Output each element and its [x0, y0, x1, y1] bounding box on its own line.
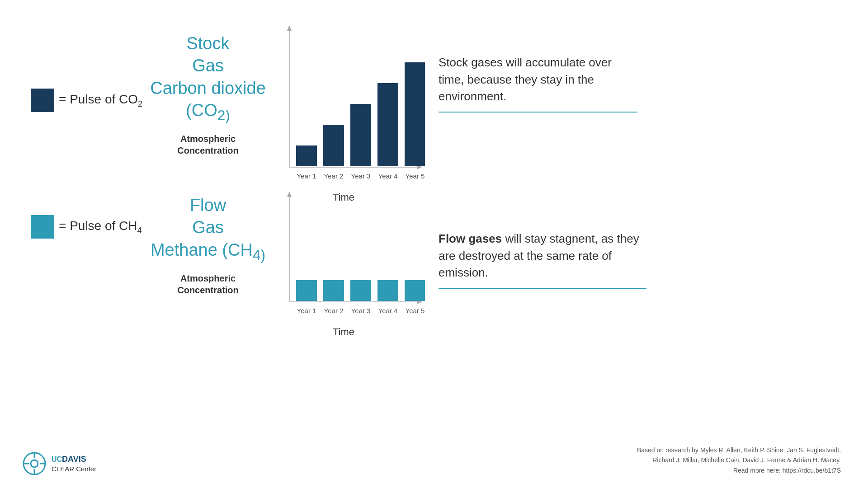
flow-description-divider [439, 288, 646, 289]
stock-description: Stock gases will accumulate over time, b… [439, 54, 637, 113]
stock-y-axis-label: Atmospheric Concentration [131, 133, 285, 156]
stock-chart-title: Stock Gas Carbon dioxide (CO2) Atmospher… [131, 33, 285, 156]
flow-gas-label: Gas [140, 216, 276, 239]
flow-description: Flow gases will stay stagnent, as they a… [439, 230, 646, 289]
svg-text:Year 4: Year 4 [378, 307, 398, 314]
stock-description-text: Stock gases will accumulate over time, b… [439, 54, 637, 105]
svg-text:Year 3: Year 3 [351, 172, 371, 180]
svg-rect-4 [296, 145, 317, 166]
legend-co2-box [31, 89, 54, 112]
svg-rect-17 [405, 125, 425, 145]
footer-logo-text: UCDAVIS CLEAR Center [52, 454, 96, 474]
ucdavis-logo-icon [23, 452, 46, 475]
svg-rect-32 [405, 280, 425, 301]
svg-rect-9 [350, 145, 371, 166]
svg-rect-28 [296, 280, 317, 301]
flow-chart-title: Flow Gas Methane (CH4) Atmospheric Conce… [140, 194, 276, 296]
svg-text:Year 2: Year 2 [324, 172, 344, 180]
stock-type-label: Stock [131, 33, 285, 55]
svg-marker-1 [287, 25, 292, 31]
flow-chart-svg: Year 1 Year 2 Year 3 Year 4 Year 5 [262, 189, 425, 329]
svg-text:Year 1: Year 1 [297, 172, 316, 180]
stock-bar-chart: Year 1 Year 2 Year 3 Year 4 Year 5 Time [262, 23, 425, 203]
legend-co2-text: = Pulse of CO2 [59, 92, 142, 109]
svg-rect-15 [405, 83, 425, 104]
stock-name-label: Carbon dioxide [131, 77, 285, 99]
legend-co2: = Pulse of CO2 [31, 89, 142, 112]
svg-point-39 [31, 460, 38, 467]
svg-rect-13 [377, 145, 398, 166]
flow-description-text: Flow gases will stay stagnent, as they a… [439, 230, 646, 282]
svg-text:Year 4: Year 4 [378, 172, 398, 180]
legend-ch4-box [31, 215, 54, 239]
flow-name-label: Methane (CH4) [140, 239, 276, 264]
svg-rect-7 [350, 104, 371, 125]
svg-text:Year 2: Year 2 [324, 307, 344, 314]
svg-text:Year 1: Year 1 [297, 307, 316, 314]
footer-citation: Based on research by Myles R. Allen, Kei… [637, 445, 841, 475]
svg-marker-25 [287, 192, 292, 197]
legend-ch4-text: = Pulse of CH4 [59, 219, 142, 235]
flow-y-axis-label: Atmospheric Concentration [140, 272, 276, 296]
svg-rect-8 [350, 125, 371, 145]
legend-ch4: = Pulse of CH4 [31, 215, 142, 239]
svg-rect-18 [405, 145, 425, 166]
svg-text:Year 5: Year 5 [406, 307, 425, 314]
svg-rect-6 [323, 145, 344, 166]
stock-description-divider [439, 112, 637, 113]
stock-gas-label: Gas [131, 55, 285, 77]
flow-bar-chart: Year 1 Year 2 Year 3 Year 4 Year 5 Time [262, 189, 425, 338]
svg-rect-31 [377, 280, 398, 301]
svg-text:Year 3: Year 3 [351, 307, 371, 314]
svg-rect-14 [405, 62, 425, 83]
stock-formula-label: (CO2) [131, 99, 285, 125]
svg-rect-10 [377, 83, 398, 104]
svg-rect-5 [323, 125, 344, 145]
stock-chart-svg: Year 1 Year 2 Year 3 Year 4 Year 5 [262, 23, 425, 194]
footer-logo: UCDAVIS CLEAR Center [23, 452, 96, 475]
svg-text:Year 5: Year 5 [406, 172, 425, 180]
flow-type-label: Flow [140, 194, 276, 216]
svg-rect-11 [377, 104, 398, 125]
svg-rect-16 [405, 104, 425, 125]
svg-rect-29 [323, 280, 344, 301]
svg-rect-12 [377, 125, 398, 145]
svg-rect-30 [350, 280, 371, 301]
